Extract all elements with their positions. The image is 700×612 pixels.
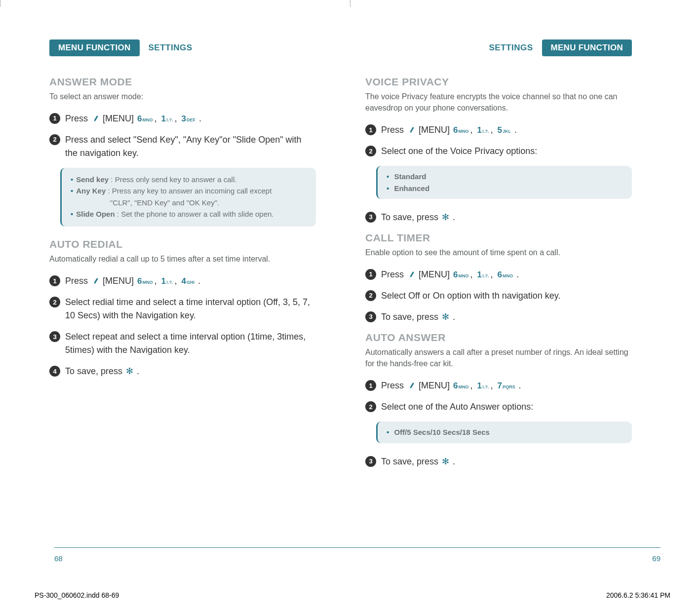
keypad-key-icon: 3DEF [182,113,195,125]
step: 4 To save, press ✻ . [49,365,316,378]
bullet-icon: • [387,184,389,192]
step-number-icon: 4 [49,366,60,377]
pen-icon [91,115,98,122]
step-text: To save, press ✻ . [65,365,316,378]
step: 1 Press [MENU] 6MNO 1!.?. 4GHI . [49,274,316,288]
step-number-icon: 1 [365,269,376,280]
note-label: Slide Open [76,210,115,218]
step-number-icon: 3 [365,456,376,467]
crop-marks [0,0,700,10]
step-text: Select one of the Voice Privacy options: [381,145,632,158]
page-left: MENU FUNCTION SETTINGS ANSWER MODE To se… [49,39,316,476]
step: 2 Select one of the Auto Answer options: [365,400,632,414]
bullet-icon: • [387,428,389,436]
footer-rule [54,547,661,548]
step: 2 Select Off or On option with th naviga… [365,289,632,303]
step-text: Press [MENU] 6MNO 1!.?. 5JKL . [381,123,632,137]
bullet-icon: • [387,172,389,181]
step: 2 Select one of the Voice Privacy option… [365,145,632,158]
text: . [453,312,455,322]
header-pill: MENU FUNCTION [542,39,632,56]
note-text: : Press any key to answer an incoming ca… [108,187,272,195]
section-sub-auto-answer: Automatically answers a call after a pre… [365,346,632,369]
star-icon: ✻ [126,365,133,378]
footer-timestamp: 2006.6.2 5:36:41 PM [606,591,670,599]
note-box: • Send key : Press only send key to answ… [60,168,316,227]
keypad-key-icon: 6MNO [453,379,472,392]
text: To save, press [381,457,441,466]
step-number-icon: 2 [365,290,376,301]
text: To save, press [381,312,441,322]
section-title-auto-answer: AUTO ANSWER [365,332,632,344]
section-title-auto-redial: AUTO REDIAL [49,238,316,250]
step-text: To save, press ✻ . [381,455,632,468]
keypad-key-icon: 6MNO [453,268,472,281]
text: To save, press [65,366,125,376]
note-text: "CLR", "END Key" and "OK Key". [71,197,307,208]
note-label: Enhanced [394,184,429,192]
star-icon: ✻ [442,310,449,324]
section-sub-auto-redial: Automatically redial a call up to 5 time… [49,253,316,265]
header-sub: SETTINGS [480,43,542,53]
note-text: : Set the phone to answer a call with sl… [117,210,274,218]
step-number-icon: 2 [49,297,60,307]
text: Press [65,276,90,286]
section-sub-call-timer: Enable option to see the amount of time … [365,247,632,258]
step-text: Select Off or On option with th navigati… [381,289,632,303]
pen-icon [407,271,414,278]
section-title-call-timer: CALL TIMER [365,232,632,244]
note-text: : Press only send key to answer a call. [111,175,236,184]
keypad-key-icon: 1!.?. [161,274,177,288]
step-text: Select redial time and select a time int… [65,296,316,322]
step-number-icon: 1 [365,124,376,135]
step-number-icon: 1 [49,113,60,124]
header-left: MENU FUNCTION SETTINGS [49,39,286,56]
step: 1 Press [MENU] 6MNO 1!.?. 3DEF . [49,112,316,125]
keypad-key-icon: 5JKL [498,124,511,137]
step-text: Press [MENU] 6MNO 1!.?. 7PQRS . [381,379,632,392]
section-sub-voice-privacy: The voice Privacy feature encrypts the v… [365,91,632,114]
step-text: Select one of the Auto Answer options: [381,400,632,414]
keypad-key-icon: 1!.?. [477,268,493,281]
text: [MENU] [419,269,452,279]
step-text: Select repeat and select a time interval… [65,330,316,357]
keypad-key-icon: 6MNO [453,123,472,137]
text: . [453,457,455,466]
bullet-icon: • [71,208,73,220]
text: . [516,269,519,279]
step: 2 Select redial time and select a time i… [49,296,316,322]
text: . [199,114,201,123]
pen-icon [407,126,414,133]
text: . [137,366,139,376]
step-text: Press [MENU] 6MNO 1!.?. 4GHI . [65,274,316,288]
print-footer: PS-300_060602.indd 68-69 2006.6.2 5:36:4… [35,591,670,599]
step: 3 To save, press ✻ . [365,211,632,224]
star-icon: ✻ [442,455,449,468]
step-number-icon: 2 [49,134,60,145]
step: 3 To save, press ✻ . [365,455,632,468]
text: [MENU] [419,125,452,135]
text: Press [381,269,406,279]
step-number-icon: 2 [365,401,376,412]
keypad-key-icon: 6MNO [137,274,156,288]
step-text: To save, press ✻ . [381,310,632,324]
page-right: SETTINGS MENU FUNCTION VOICE PRIVACY The… [365,39,632,476]
step-number-icon: 3 [365,212,376,223]
star-icon: ✻ [442,211,449,224]
step-text: Press [MENU] 6MNO 1!.?. 3DEF . [65,112,316,125]
section-title-answer-mode: ANSWER MODE [49,76,316,88]
page-number-left: 68 [54,554,63,563]
text: [MENU] [419,381,452,390]
text: Press [381,381,406,390]
text: [MENU] [103,114,136,123]
footer-file: PS-300_060602.indd 68-69 [35,591,119,599]
note-label: Standard [394,172,426,181]
step-number-icon: 1 [365,380,376,391]
step: 2 Press and select "Send Key", "Any Key"… [49,133,316,160]
pen-icon [407,382,414,389]
step: 1 Press [MENU] 6MNO 1!.?. 7PQRS . [365,379,632,392]
page-spread: MENU FUNCTION SETTINGS ANSWER MODE To se… [0,39,700,476]
step-text: To save, press ✻ . [381,211,632,224]
step-text: Press and select "Send Key", "Any Key"or… [65,133,316,160]
keypad-key-icon: 6MNO [498,268,513,281]
